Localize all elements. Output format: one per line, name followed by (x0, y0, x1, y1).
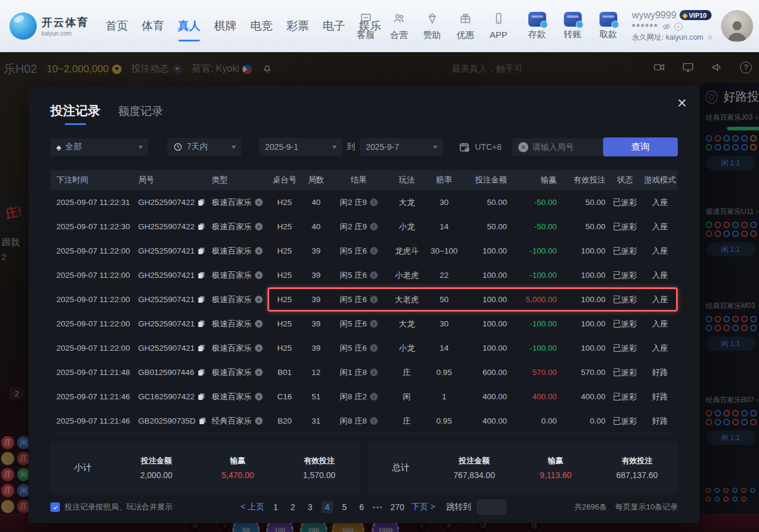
merge-checkbox[interactable] (50, 502, 60, 512)
query-button[interactable]: 查询 (603, 137, 678, 156)
copy-icon[interactable] (197, 320, 205, 328)
avatar-silhouette-icon (724, 16, 750, 42)
enter-table-icon[interactable] (255, 344, 263, 352)
enter-table-icon[interactable] (255, 368, 263, 376)
date-to-select[interactable]: 2025-9-7 (360, 138, 443, 156)
round-search-field (512, 138, 603, 156)
enter-table-icon[interactable] (255, 320, 263, 328)
page-6[interactable]: 6 (356, 501, 368, 513)
search-icon[interactable] (706, 34, 714, 41)
info-icon[interactable]: i (370, 320, 378, 328)
table-row[interactable]: 2025-09-07 11:21:46GB202590735D经典百家乐B203… (50, 409, 678, 433)
copy-icon[interactable] (197, 296, 205, 303)
game-type-select[interactable]: ♠ 全部 (50, 138, 148, 156)
copy-icon[interactable] (197, 223, 205, 230)
copy-icon[interactable] (199, 417, 206, 425)
period-select[interactable]: 7天内 (167, 138, 241, 156)
copy-icon[interactable] (197, 368, 205, 376)
nav-item-5[interactable]: 电竞 (248, 0, 275, 52)
prev-page-button[interactable]: < 上页 (241, 502, 264, 512)
enter-table-icon[interactable] (255, 417, 263, 425)
copy-icon[interactable] (197, 344, 205, 352)
info-icon[interactable]: i (370, 223, 378, 230)
page-2[interactable]: 2 (287, 501, 299, 513)
info-icon[interactable]: i (370, 296, 378, 303)
cell-game-type: 极速百家乐 (209, 222, 267, 232)
avatar[interactable] (721, 10, 753, 42)
info-icon[interactable]: i (370, 417, 378, 425)
close-icon[interactable]: × (677, 95, 687, 111)
cell-valid-bet: 570.00 (559, 368, 608, 377)
caret-down-icon (332, 146, 337, 149)
info-icon[interactable]: i (370, 247, 378, 255)
quick-action-3[interactable]: 赞助 (419, 12, 446, 41)
enter-table-icon[interactable] (255, 247, 263, 255)
currency-icon[interactable]: v (674, 23, 683, 31)
table-row[interactable]: 2025-09-07 11:22:00GH2525907421极速百家乐H253… (50, 336, 678, 360)
table-row[interactable]: 2025-09-07 11:22:00GH2525907421极速百家乐H253… (50, 239, 678, 263)
wallet-action-2[interactable]: 转账 (559, 12, 587, 40)
quick-action-label: APP (490, 30, 508, 40)
table-row[interactable]: 2025-09-07 11:22:30GH2525907422极速百家乐H254… (50, 214, 678, 239)
quick-action-5[interactable]: APP (485, 12, 512, 41)
info-icon[interactable]: i (370, 198, 378, 206)
wallet-action-1[interactable]: 存款 (523, 12, 551, 40)
quick-action-1[interactable]: 客服 (352, 12, 380, 41)
info-icon[interactable]: i (370, 344, 378, 352)
enter-table-icon[interactable] (255, 223, 263, 230)
page-4[interactable]: 4 (321, 501, 333, 513)
cell-round-count: 39 (302, 246, 330, 255)
nav-item-7[interactable]: 电子 (320, 0, 347, 52)
person-icon (518, 142, 528, 152)
nav-item-1[interactable]: 首页 (103, 0, 130, 52)
user-info[interactable]: wywy9999 ◆VIP10 ****** v 永久网址: kaiyun.co… (632, 10, 714, 43)
tab-quota-records[interactable]: 额度记录 (118, 104, 163, 125)
enter-table-icon[interactable] (255, 296, 263, 303)
cell-round-id: GH2525907421 (136, 271, 209, 280)
last-page-button[interactable]: 270 (388, 501, 406, 513)
nav-item-2[interactable]: 体育 (139, 0, 167, 52)
nav-item-3[interactable]: 真人 (176, 0, 203, 52)
info-icon[interactable]: i (370, 393, 378, 400)
page-3[interactable]: 3 (304, 501, 316, 513)
date-from-select[interactable]: 2025-9-1 (259, 138, 342, 156)
next-page-button[interactable]: 下页 > (412, 502, 435, 512)
cell-bet-time: 2025-09-07 11:22:31 (50, 198, 136, 207)
cell-win-loss: -100.00 (509, 319, 559, 328)
info-icon[interactable]: i (370, 368, 378, 376)
table-row[interactable]: 2025-09-07 11:22:00GH2525907421极速百家乐H253… (50, 287, 678, 312)
eye-off-icon[interactable] (662, 22, 671, 31)
round-search-input[interactable] (532, 142, 594, 152)
enter-table-icon[interactable] (255, 198, 263, 206)
nav-item-6[interactable]: 彩票 (284, 0, 311, 52)
column-header: 赔率 (426, 175, 462, 185)
copy-icon[interactable] (197, 198, 205, 206)
enter-table-icon[interactable] (255, 393, 263, 400)
cell-game-type: 经典百家乐 (209, 416, 267, 427)
table-row[interactable]: 2025-09-07 11:22:31GH2525907422极速百家乐H254… (50, 190, 678, 214)
cell-game-type: 极速百家乐 (209, 197, 267, 208)
column-header: 下注时间 (50, 175, 136, 185)
quick-action-2[interactable]: 合营 (385, 12, 413, 41)
page-1[interactable]: 1 (270, 501, 282, 513)
cell-game-type: 极速百家乐 (209, 392, 267, 402)
cell-round-id: GH2525907422 (136, 198, 209, 207)
brand-logo[interactable]: 开云体育 kaiyun.com (9, 12, 89, 40)
jump-page-input[interactable] (477, 499, 506, 515)
tab-bet-records[interactable]: 投注记录 (50, 102, 100, 125)
cell-status: 已派彩 (608, 343, 642, 354)
table-row[interactable]: 2025-09-07 11:22:00GH2525907421极速百家乐H253… (50, 263, 678, 287)
copy-icon[interactable] (197, 271, 205, 279)
info-icon[interactable]: i (370, 271, 378, 279)
wallet-action-3[interactable]: 取款 (594, 12, 623, 40)
copy-icon[interactable] (197, 247, 205, 255)
table-row[interactable]: 2025-09-07 11:22:00GH2525907421极速百家乐H253… (50, 312, 678, 336)
nav-item-4[interactable]: 棋牌 (212, 0, 239, 52)
cell-bet-time: 2025-09-07 11:22:30 (50, 222, 136, 231)
table-row[interactable]: 2025-09-07 11:21:48GB0125907446极速百家乐B011… (50, 360, 678, 384)
enter-table-icon[interactable] (255, 271, 263, 279)
quick-action-4[interactable]: 优惠 (452, 12, 479, 41)
copy-icon[interactable] (197, 393, 205, 400)
table-row[interactable]: 2025-09-07 11:21:46GC1625907422极速百家乐C165… (50, 384, 678, 409)
page-5[interactable]: 5 (339, 501, 350, 513)
